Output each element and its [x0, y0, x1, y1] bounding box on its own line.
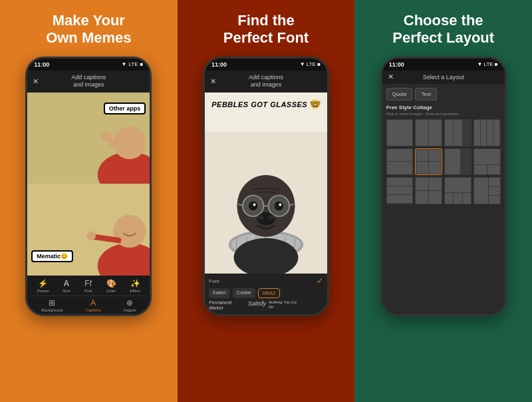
top-bar-2: ✕ Add captions and images [205, 71, 327, 93]
layout-text-option[interactable]: Text [415, 88, 437, 100]
status-time-3: 11:00 [389, 61, 404, 68]
fagnet-label: Fagnet [124, 308, 136, 312]
svg-line-8 [93, 237, 118, 240]
meme-screen: Other apps [27, 93, 150, 276]
font-permanent-marker[interactable]: PermanentMarker [209, 300, 245, 311]
font-options-row: Kalam Cookie MRAZ [209, 288, 323, 298]
color-label: Color [106, 289, 116, 293]
meme-caption-bottom: Mematic😊 [31, 250, 73, 262]
freestyle-title: Free Style Collage [386, 104, 501, 110]
font-nothing[interactable]: Nothing You CaDo [269, 300, 305, 311]
font-section-label: Font [209, 278, 219, 284]
layout-option-1[interactable] [386, 119, 414, 146]
preset-label: Preset [37, 289, 49, 293]
layout-option-8[interactable] [473, 148, 501, 176]
svg-point-35 [268, 215, 275, 220]
svg-point-9 [87, 232, 96, 241]
toolbar-preset[interactable]: ⚡ Preset [37, 279, 49, 293]
background-icon: ⊞ [49, 298, 55, 307]
phone-1: 11:00 ▼ LTE ■ ✕ Add captions and images [25, 57, 152, 316]
font-kalam[interactable]: Kalam [209, 288, 230, 298]
toolbar-row: ⚡ Preset A Size Ff Font 🎨 Color ✨ Eff [30, 279, 147, 293]
layout-quote-option[interactable]: Quote [386, 88, 413, 100]
layout-option-4[interactable] [473, 119, 501, 146]
layout-content: Quote Text Free Style Collage One or mor… [382, 84, 505, 314]
captions-label: Captions [85, 308, 101, 312]
status-icons-3: ▼ LTE ■ [477, 61, 497, 67]
layout-option-2[interactable] [415, 119, 442, 146]
svg-point-29 [249, 202, 258, 211]
layout-option-7[interactable] [444, 148, 471, 176]
phone-3: 11:00 ▼ LTE ■ ✕ Select a Layout Quote Te… [380, 57, 507, 316]
svg-point-32 [279, 203, 281, 206]
status-bar-2: 11:00 ▼ LTE ■ [205, 59, 327, 71]
font-cookie[interactable]: Cookie [233, 288, 255, 298]
status-icons-1: ▼ LTE ■ [121, 61, 143, 67]
font-label-tb: Font [84, 289, 92, 293]
effect-label: Effect [130, 289, 140, 293]
layout-grid [386, 119, 501, 204]
panel-layout: Choose thePerfect Layout 11:00 ▼ LTE ■ ✕… [354, 0, 532, 402]
toolbar-effect[interactable]: ✨ Effect [130, 279, 140, 293]
svg-point-34 [257, 215, 264, 220]
toolbar-size[interactable]: A Size [63, 279, 70, 293]
nav-captions[interactable]: A Captions [85, 298, 101, 312]
font-icon: Ff [84, 279, 92, 288]
panel-3-title: Choose thePerfect Layout [392, 12, 494, 47]
phone-2: 11:00 ▼ LTE ■ ✕ Add captions and images … [203, 57, 329, 316]
panel-make-memes: Make Your Own Memes 11:00 ▼ LTE ■ ✕ Add … [0, 0, 178, 402]
layout-option-9[interactable] [386, 177, 414, 204]
layout-option-12[interactable] [473, 177, 501, 204]
svg-point-30 [275, 202, 284, 211]
status-time-1: 11:00 [34, 61, 49, 68]
status-bar-1: 11:00 ▼ LTE ■ [27, 59, 150, 71]
layout-top-options: Quote Text [386, 88, 501, 100]
status-bar-3: 11:00 ▼ LTE ■ [382, 59, 505, 71]
size-label: Size [63, 289, 70, 293]
status-icons-2: ▼ LTE ■ [300, 61, 321, 67]
layout-option-11[interactable] [444, 177, 471, 204]
layout-header: ✕ Select a Layout [382, 71, 505, 84]
svg-point-31 [253, 203, 256, 206]
size-icon: A [64, 279, 70, 288]
topbar-title-1: Add captions and images [71, 74, 106, 89]
layout-option-3[interactable] [444, 119, 471, 146]
font-satisfy[interactable]: Satisfy [248, 300, 266, 311]
nav-background[interactable]: ⊞ Background [41, 298, 63, 312]
effect-icon: ✨ [130, 279, 140, 288]
font-mraz[interactable]: MRAZ [258, 288, 281, 298]
svg-point-4 [102, 131, 112, 142]
nav-row: ⊞ Background A Captions ⊕ Fagnet [30, 296, 147, 312]
glasses-emoji: 🤓 [310, 99, 321, 109]
font-stylized-row: PermanentMarker Satisfy Nothing You CaDo [209, 300, 323, 311]
status-time-2: 11:00 [211, 61, 227, 68]
phone-toolbar-1: ⚡ Preset A Size Ff Font 🎨 Color ✨ Eff [27, 276, 150, 314]
layout-option-5[interactable] [386, 148, 414, 176]
top-bar-1: ✕ Add captions and images [27, 71, 150, 93]
toolbar-font[interactable]: Ff Font [84, 279, 92, 293]
background-label: Background [41, 308, 63, 312]
layout-close-button[interactable]: ✕ [388, 73, 394, 81]
svg-point-2 [113, 126, 146, 159]
pug-caption: PEBBLES GOT GLASSES [211, 100, 310, 108]
nav-fagnet[interactable]: ⊕ Fagnet [124, 298, 136, 312]
close-button-1[interactable]: ✕ [33, 77, 39, 86]
font-bottom-panel: Font ✓ Kalam Cookie MRAZ PermanentMarker… [205, 274, 327, 314]
layout-option-6[interactable] [415, 148, 442, 176]
font-image-area: PEBBLES GOT GLASSES 🤓 [205, 93, 327, 274]
layout-screen: ✕ Select a Layout Quote Text Free Style … [382, 71, 505, 314]
close-button-2[interactable]: ✕ [210, 77, 216, 86]
panel-1-title: Make Your Own Memes [46, 12, 131, 47]
toolbar-color[interactable]: 🎨 Color [106, 279, 116, 293]
font-screen: PEBBLES GOT GLASSES 🤓 [205, 93, 327, 314]
layout-option-10[interactable] [415, 177, 442, 204]
font-check-icon[interactable]: ✓ [317, 276, 323, 286]
fagnet-icon: ⊕ [126, 298, 133, 307]
preset-icon: ⚡ [38, 279, 48, 288]
panel-font: Find the Perfect Font 11:00 ▼ LTE ■ ✕ Ad… [178, 0, 355, 402]
panel-2-title: Find the Perfect Font [223, 12, 309, 47]
freestyle-subtitle: One or more images · Free text positions [386, 112, 501, 116]
layout-header-title: Select a Layout [423, 74, 464, 81]
topbar-title-2: Add captions and images [249, 74, 283, 89]
color-icon: 🎨 [106, 279, 116, 288]
